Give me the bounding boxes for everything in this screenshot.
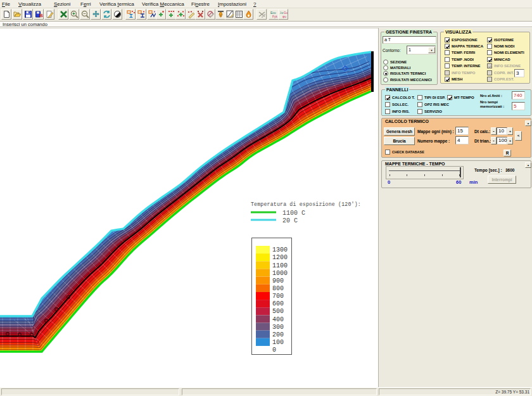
svg-text:1300: 1300 — [272, 246, 288, 253]
svg-text:1100 C: 1100 C — [282, 210, 305, 217]
svg-text:500: 500 — [272, 308, 284, 315]
svg-text:1200: 1200 — [272, 254, 288, 261]
svg-text:Fyk: Fyk — [272, 15, 278, 18]
svg-text:600: 600 — [272, 300, 284, 307]
svg-text:700: 700 — [272, 293, 284, 300]
svg-text:900: 900 — [272, 278, 284, 284]
svg-text:Temperatura di esposizione (12: Temperatura di esposizione (120'): — [251, 201, 361, 207]
svg-text:200: 200 — [272, 331, 284, 338]
svg-text:Gu: Gu — [284, 11, 288, 15]
svg-text:100: 100 — [272, 339, 284, 346]
svg-text:300: 300 — [272, 324, 284, 331]
svg-text:0: 0 — [272, 347, 276, 354]
svg-text:400: 400 — [272, 316, 284, 323]
svg-text:Ecu: Ecu — [270, 11, 276, 15]
svg-text:800: 800 — [272, 285, 284, 292]
svg-text:φu: φu — [282, 15, 286, 18]
svg-text:1000: 1000 — [272, 270, 288, 277]
svg-text:20 C: 20 C — [282, 217, 298, 224]
svg-text:1100: 1100 — [272, 262, 288, 269]
svg-text:B: B — [39, 13, 43, 18]
